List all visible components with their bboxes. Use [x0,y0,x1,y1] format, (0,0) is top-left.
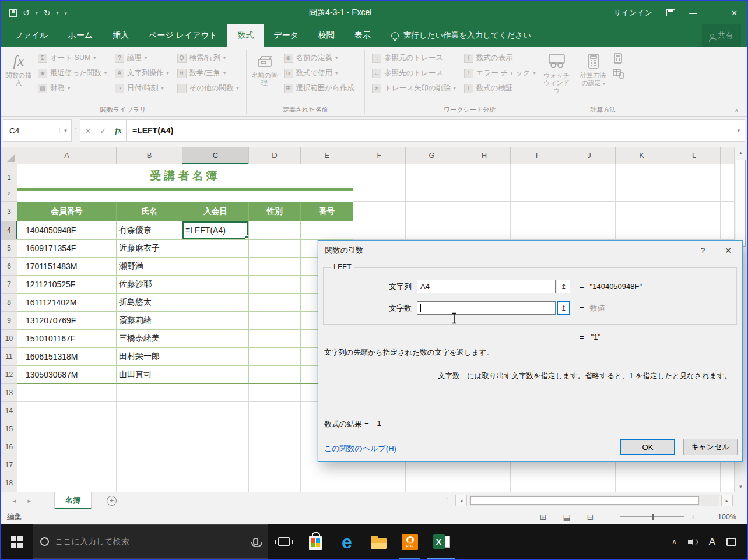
cell[interactable] [249,456,301,474]
customize-qat-icon[interactable]: ▾ [65,10,68,16]
ribbon-button[interactable]: θ数学/三角▾ [177,66,239,80]
row-header[interactable]: 17 [1,456,17,474]
file-explorer-button[interactable] [363,524,394,559]
scroll-up-icon[interactable]: ▲ [735,147,747,159]
ribbon-tab[interactable]: 表示 [345,24,381,47]
ribbon-tab[interactable]: ホーム [58,24,103,47]
cell-name[interactable]: 佐藤沙耶 [117,276,182,294]
scroll-left-icon[interactable]: ◂ [455,495,467,506]
share-button[interactable]: 共有 [702,24,741,47]
cell[interactable] [249,258,301,276]
cell[interactable] [117,438,182,456]
cell[interactable] [249,240,301,258]
ribbon-tab[interactable]: ページ レイアウト [139,24,227,47]
row-header[interactable]: 9 [1,312,17,330]
cell[interactable] [249,330,301,348]
cell[interactable] [182,348,249,366]
ime-indicator[interactable]: A [709,536,715,548]
row-header-selected[interactable]: 4 [1,221,17,240]
ribbon-button[interactable]: →参照元のトレース [372,51,456,65]
cell-name[interactable]: 山田真司 [117,366,182,384]
cell[interactable] [17,438,117,456]
range-picker-icon[interactable]: ↥ [557,280,570,293]
page-layout-view-icon[interactable]: ▤ [563,512,570,522]
ribbon-button[interactable]: ?論理▾ [115,51,169,65]
grid-filler[interactable] [353,221,747,240]
collapse-ribbon-icon[interactable]: ∧ [735,107,739,114]
start-button[interactable] [1,524,33,559]
prev-sheet-icon[interactable]: ◂ [13,497,16,505]
calculate-now-button[interactable] [613,51,624,65]
column-header[interactable]: J [563,147,616,164]
vertical-scroll-thumb[interactable] [736,160,746,247]
dialog-title-bar[interactable]: 関数の引数 ? ✕ [318,241,742,260]
cell[interactable] [182,312,249,330]
row-header[interactable]: 7 [1,276,17,294]
grid-filler[interactable] [353,202,747,221]
cell-member-id[interactable]: 1510101167F [17,330,117,348]
formula-input[interactable]: =LEFT(A4) ▾ [127,119,745,142]
row-header[interactable]: 12 [1,366,17,384]
fill-handle[interactable] [245,235,248,239]
restore-button[interactable] [711,10,717,16]
calculate-sheet-button[interactable] [613,66,624,80]
cell[interactable] [182,384,249,402]
grid-filler[interactable] [353,191,747,202]
cell[interactable] [249,312,301,330]
cell-name[interactable]: 瀬野満 [117,258,182,276]
close-button[interactable]: ✕ [731,9,738,17]
cell-name[interactable]: 近藤麻衣子 [117,240,182,258]
minimize-button[interactable]: — [689,9,697,17]
row-header[interactable]: 14 [1,402,17,420]
ribbon-button[interactable]: fx数式で使用▾ [284,66,358,80]
ribbon-button[interactable]: ✕トレース矢印の削除▾ [372,82,456,95]
insert-function-icon[interactable]: fx [111,126,126,135]
ribbon-button[interactable]: ƒ数式の表示 [464,51,536,65]
column-header[interactable]: F [353,147,406,164]
row-header[interactable]: 18 [1,474,17,492]
sheet-tab-active[interactable]: 名簿 [54,492,92,509]
ribbon-button[interactable]: Σオート SUM▾ [38,51,107,65]
row-header[interactable]: 13 [1,384,17,402]
column-header[interactable]: A [17,147,117,164]
select-all-corner[interactable] [1,147,17,164]
table-header-cell[interactable]: 番号 [301,202,353,221]
task-view-button[interactable] [268,524,300,559]
formula-bar-splitter[interactable]: ⋮ [72,127,80,135]
column-header[interactable]: H [458,147,511,164]
cell-member-id[interactable]: 1305030687M [17,366,117,384]
cell[interactable] [17,402,117,420]
ribbon-tab[interactable]: 挿入 [103,24,139,47]
cell-member-id[interactable]: 1211210525F [17,276,117,294]
row-header[interactable]: 1 [1,164,17,191]
grid-filler[interactable] [353,474,747,492]
empty-merged-cell[interactable] [17,191,353,202]
function-help-link[interactable]: この関数のヘルプ(H) [324,443,396,454]
table-header-cell[interactable]: 性別 [249,202,301,221]
cell[interactable] [249,438,301,456]
cell[interactable] [117,402,182,420]
column-header[interactable]: D [249,147,301,164]
cell-member-id[interactable]: 1312070769F [17,312,117,330]
next-sheet-icon[interactable]: ▸ [28,497,31,505]
ribbon-button[interactable]: Q検索/行列▾ [177,51,239,65]
arg-numchars-input[interactable] [417,301,556,315]
edge-button[interactable]: e [331,524,363,559]
row-header[interactable]: 15 [1,420,17,438]
cell-name[interactable]: 三橋奈緒美 [117,330,182,348]
cell[interactable] [249,366,301,384]
redo-dropdown-icon[interactable]: ▾ [56,10,58,16]
table-header-cell[interactable]: 入会日 [182,202,249,221]
cancel-button[interactable]: キャンセル [683,439,738,455]
column-header[interactable]: G [406,147,458,164]
grid-filler[interactable] [353,164,747,191]
cell[interactable] [182,294,249,312]
range-picker-icon-focused[interactable]: ↥ [557,301,570,315]
cell[interactable] [249,276,301,294]
ribbon-tab[interactable]: 校閲 [308,24,345,47]
scroll-down-icon[interactable]: ▼ [735,481,747,492]
cell[interactable] [249,420,301,438]
cell-member-id[interactable]: 1609171354F [17,240,117,258]
zoom-out-icon[interactable]: − [610,513,614,522]
new-sheet-icon[interactable]: + [107,496,117,506]
